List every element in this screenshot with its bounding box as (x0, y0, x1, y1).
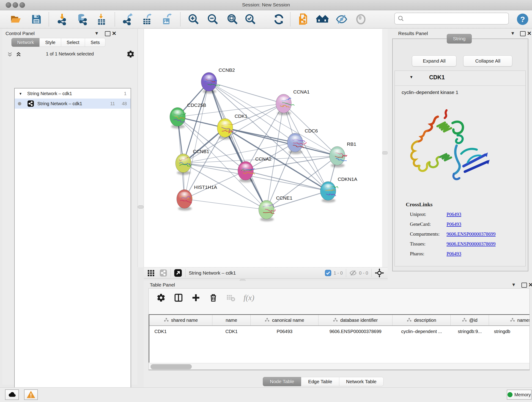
left-splitter-grip[interactable] (138, 205, 144, 209)
tab-style[interactable]: Style (39, 38, 61, 47)
crosslink-link[interactable]: P06493 (447, 221, 461, 227)
hide-selected-icon[interactable] (335, 13, 348, 26)
birds-eye-view-icon[interactable] (375, 268, 384, 278)
results-panel-menu-icon[interactable]: ▼ (510, 31, 515, 36)
edge-CCNB2-CCNA1[interactable] (209, 82, 284, 104)
edge-CCNB2-HIST1H1A[interactable] (184, 82, 209, 199)
zoom-fit-icon[interactable] (226, 13, 239, 26)
network-collection-row[interactable]: ▼ String Network – cdk1 1 (15, 89, 131, 99)
help-icon[interactable]: ? (516, 13, 529, 26)
column-header-canonicalname[interactable]: canonical name (251, 315, 318, 325)
edge-CCNB2-RB1[interactable] (209, 82, 337, 156)
toolbar-separator (171, 269, 171, 277)
cloud-status-button[interactable] (5, 389, 19, 400)
crosslink-link[interactable]: P06493 (447, 251, 461, 257)
edge-count: 48 (122, 101, 127, 106)
tab-node-table[interactable]: Node Table (263, 377, 301, 386)
zoom-in-icon[interactable] (187, 13, 200, 26)
zoom-selected-icon[interactable] (244, 13, 257, 26)
expand-all-button[interactable]: Expand All (412, 56, 456, 66)
refresh-icon[interactable] (272, 13, 285, 26)
node-CCNB2[interactable]: CCNB2 (201, 67, 235, 94)
results-panel-close-icon[interactable]: ✕ (527, 30, 532, 37)
collapse-all-button[interactable]: Collapse All (463, 56, 512, 66)
import-network-icon[interactable] (56, 13, 69, 26)
column-header-sharedname[interactable]: shared name (149, 315, 212, 325)
node-RB1[interactable]: RB1 (329, 141, 356, 167)
table-horizontal-scrollbar[interactable] (149, 363, 530, 370)
open-session-icon[interactable] (9, 13, 22, 26)
node-CCNA1[interactable]: CCNA1 (276, 89, 310, 115)
open-view-external-icon[interactable] (174, 269, 182, 277)
control-panel-float-icon[interactable] (105, 31, 110, 36)
network-graph[interactable]: CCNB2CCNA1CDC25BCDK1CDC6RB1CCNB1CCNA2CDK… (144, 29, 382, 267)
table-panel-menu-icon[interactable]: ▼ (511, 282, 516, 287)
save-session-icon[interactable] (30, 13, 43, 26)
tab-network-table[interactable]: Network Table (339, 377, 384, 386)
search-input[interactable] (394, 13, 509, 25)
memory-button[interactable]: Memory (507, 390, 532, 400)
tab-sets[interactable]: Sets (85, 38, 105, 47)
edge-CDK1-RB1[interactable] (225, 128, 337, 156)
crosslink-link[interactable]: P06493 (447, 211, 461, 217)
tab-select[interactable]: Select (61, 38, 85, 47)
import-network-from-database-icon[interactable] (75, 13, 89, 26)
column-header-name[interactable]: name (212, 315, 251, 325)
table-gear-icon[interactable] (157, 293, 166, 302)
right-splitter[interactable] (382, 29, 388, 267)
string-view-icon[interactable] (159, 269, 167, 277)
network-view-canvas[interactable]: CCNB2CCNA1CDC25BCDK1CDC6RB1CCNB1CCNA2CDK… (144, 29, 382, 267)
node-HIST1H1A[interactable]: HIST1H1A (177, 185, 217, 211)
node-CDKN1A[interactable]: CDKN1A (320, 177, 357, 203)
zoom-out-icon[interactable] (206, 13, 220, 26)
select-columns-icon[interactable] (174, 293, 183, 302)
column-header-id[interactable]: @id (451, 315, 489, 325)
export-image-icon[interactable] (160, 13, 174, 26)
left-splitter[interactable] (138, 29, 144, 267)
edge-CCNE1-HIST1H1A[interactable] (184, 199, 266, 210)
edge-CCNA2-CDKN1A[interactable] (246, 171, 328, 191)
collection-label: String Network – cdk1 (27, 91, 72, 96)
tab-edge-table[interactable]: Edge Table (301, 377, 339, 386)
network-panel-gear-icon[interactable] (127, 50, 135, 58)
add-column-icon[interactable] (191, 293, 201, 302)
table-scrollbar-thumb[interactable] (151, 364, 192, 369)
node-gloss (278, 96, 290, 105)
column-header-databaseidentifier[interactable]: database identifier (318, 315, 393, 325)
show-all-icon[interactable] (354, 13, 367, 26)
network-row-selected[interactable]: String Network – cdk1 11 48 (15, 99, 131, 109)
table-panel-float-icon[interactable] (521, 283, 527, 288)
edge-CCNB1-CCNA2[interactable] (183, 163, 246, 171)
tab-network[interactable]: Network (12, 38, 40, 47)
control-panel-close-icon[interactable]: ✕ (112, 30, 116, 37)
column-header-description[interactable]: description (393, 315, 451, 325)
home-pages-icon[interactable] (316, 13, 329, 26)
column-label: canonical name (272, 318, 304, 323)
node-CCNE1[interactable]: CCNE1 (259, 195, 292, 221)
hidden-eye-icon[interactable] (349, 269, 357, 277)
column-header-namespace[interactable]: namespace (489, 315, 530, 325)
selected-checkbox-icon[interactable] (325, 270, 331, 276)
table-row[interactable]: CDK1CDK1P064939606.ENSP00000378699cyclin… (149, 326, 530, 337)
collection-expand-icon[interactable]: ▼ (19, 92, 22, 96)
gene-header-row[interactable]: ▼ CDK1 (395, 71, 525, 86)
grid-view-icon[interactable] (147, 269, 155, 277)
import-table-icon[interactable] (95, 13, 108, 26)
table-cell: CDK1 (212, 326, 251, 337)
results-panel-float-icon[interactable] (520, 31, 526, 36)
table-panel-close-icon[interactable]: ✕ (528, 282, 532, 288)
export-network-icon[interactable] (121, 13, 135, 26)
delete-column-icon[interactable] (209, 293, 218, 302)
edge-CCNB2-CCNE1[interactable] (209, 82, 266, 210)
open-in-browser-icon[interactable] (297, 13, 310, 26)
right-splitter-grip[interactable] (382, 151, 388, 154)
gene-collapse-icon[interactable]: ▼ (409, 75, 413, 80)
control-panel-menu-icon[interactable]: ▼ (94, 31, 99, 36)
warning-status-button[interactable] (24, 389, 38, 400)
crosslink-link[interactable]: 9606.ENSP00000378699 (447, 231, 496, 237)
export-table-icon[interactable] (141, 13, 154, 26)
gene-description: cyclin–dependent kinase 1 (402, 89, 458, 95)
edge-CCNE1-CDKN1A[interactable] (266, 191, 328, 210)
crosslink-link[interactable]: 9606.ENSP00000378699 (447, 241, 496, 247)
tab-string[interactable]: String (447, 34, 472, 44)
